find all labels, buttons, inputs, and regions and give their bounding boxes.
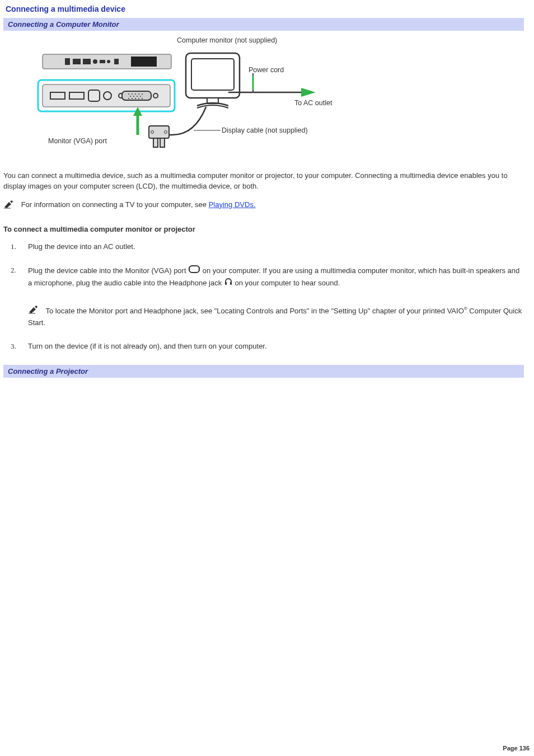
step-3-text: Turn on the device (if it is not already… xyxy=(28,342,267,350)
note-tv-text: For information on connecting a TV to yo… xyxy=(21,200,209,209)
label-display-cable: Display cable (not supplied) xyxy=(222,126,308,134)
svg-rect-46 xyxy=(230,282,232,285)
section-header-monitor: Connecting a Computer Monitor xyxy=(3,18,524,31)
step-2-text-c: on your computer to hear sound. xyxy=(233,278,340,287)
link-playing-dvds[interactable]: Playing DVDs. xyxy=(209,200,256,209)
svg-point-25 xyxy=(128,98,129,99)
vga-port-icon xyxy=(188,267,200,275)
svg-rect-1 xyxy=(65,58,70,65)
svg-rect-36 xyxy=(149,126,169,138)
step-2-note-a: To locate the Monitor port and Headphone… xyxy=(44,307,464,315)
label-monitor: Computer monitor (not supplied) xyxy=(177,36,277,44)
svg-point-6 xyxy=(107,60,110,63)
svg-rect-8 xyxy=(131,57,157,67)
svg-rect-44 xyxy=(189,266,199,273)
note-icon xyxy=(3,200,16,210)
section-header-projector: Connecting a Projector xyxy=(3,365,524,378)
svg-point-19 xyxy=(138,93,139,95)
page-title: Connecting a multimedia device xyxy=(6,4,524,13)
svg-point-23 xyxy=(137,96,138,97)
svg-rect-2 xyxy=(73,59,81,64)
svg-point-29 xyxy=(142,98,143,99)
step-3: Turn on the device (if it is not already… xyxy=(18,341,524,352)
svg-rect-3 xyxy=(83,59,91,64)
svg-rect-37 xyxy=(153,138,158,147)
svg-rect-45 xyxy=(225,282,227,285)
step-1-text: Plug the device into an AC outlet. xyxy=(28,242,135,251)
svg-point-18 xyxy=(135,93,136,95)
svg-rect-38 xyxy=(160,138,165,147)
step-1: Plug the device into an AC outlet. xyxy=(18,241,524,252)
svg-point-4 xyxy=(93,59,97,64)
steps-list: Plug the device into an AC outlet. Plug … xyxy=(18,241,524,353)
sub-heading: To connect a multimedia computer monitor… xyxy=(3,225,524,233)
svg-point-27 xyxy=(135,98,136,99)
label-power-cord: Power cord xyxy=(249,66,284,74)
svg-point-20 xyxy=(142,93,143,95)
svg-point-22 xyxy=(133,96,134,97)
note-tv: For information on connecting a TV to yo… xyxy=(3,200,524,210)
intro-paragraph: You can connect a multimedia device, suc… xyxy=(3,171,524,192)
svg-point-16 xyxy=(128,93,129,95)
connection-diagram: Computer monitor (not supplied) Power co… xyxy=(3,36,524,159)
svg-point-24 xyxy=(140,96,141,97)
svg-point-21 xyxy=(130,96,131,97)
step-2-note: To locate the Monitor port and Headphone… xyxy=(28,305,524,328)
svg-point-17 xyxy=(132,93,133,95)
headphone-icon xyxy=(224,279,233,288)
note-icon xyxy=(28,305,40,317)
label-vga-port: Monitor (VGA) port xyxy=(48,137,107,145)
svg-point-26 xyxy=(132,98,133,99)
step-2: Plug the device cable into the Monitor (… xyxy=(18,265,524,329)
label-to-ac: To AC outlet xyxy=(294,99,332,107)
svg-rect-5 xyxy=(100,60,105,63)
svg-rect-32 xyxy=(191,59,234,90)
step-2-text-a: Plug the device cable into the Monitor (… xyxy=(28,266,188,274)
svg-rect-7 xyxy=(114,59,119,64)
svg-point-28 xyxy=(138,98,139,99)
svg-marker-34 xyxy=(301,88,316,97)
